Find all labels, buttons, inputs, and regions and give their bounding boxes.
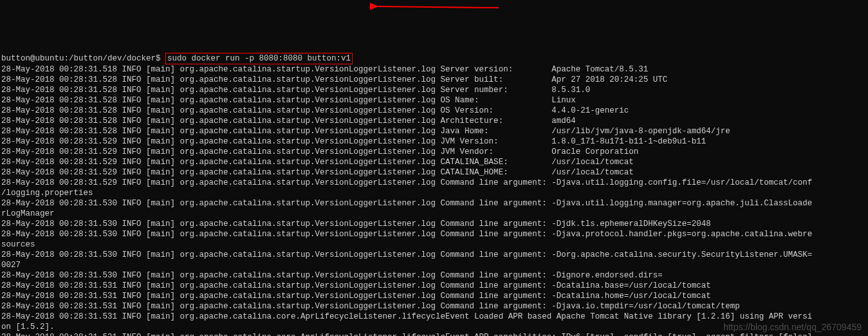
annotation-arrow-icon: [370, 0, 505, 13]
shell-prompt: button@ubuntu:/button/dev/docker$: [1, 54, 161, 63]
watermark-text: https://blog.csdn.net/qq_26709459: [723, 322, 862, 332]
svg-line-1: [378, 6, 499, 8]
log-output: 28-May-2018 00:28:31.518 INFO [main] org…: [1, 64, 867, 336]
command-line: sudo docker run -p 8080:8080 button:v1: [165, 53, 353, 64]
terminal-output[interactable]: button@ubuntu:/button/dev/docker$ sudo d…: [0, 41, 868, 336]
